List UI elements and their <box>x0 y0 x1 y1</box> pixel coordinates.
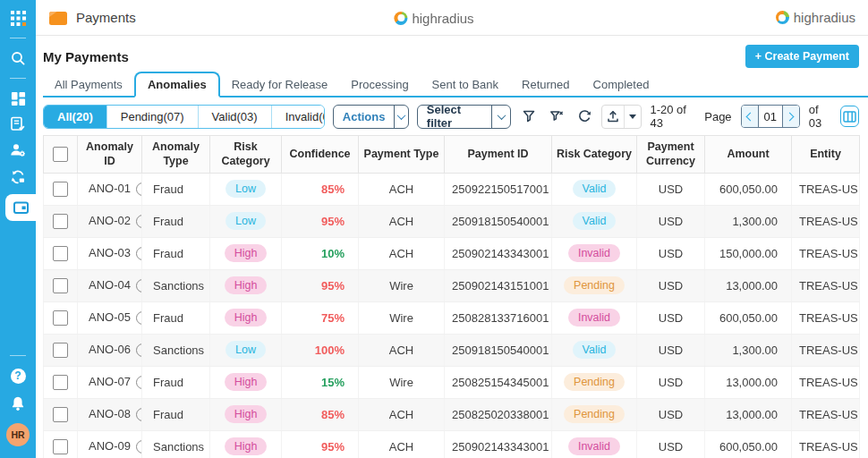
select-filter-chevron-icon[interactable] <box>491 106 510 128</box>
export-icon[interactable] <box>602 106 624 127</box>
tab-completed[interactable]: Completed <box>582 73 661 96</box>
info-icon[interactable]: i <box>136 440 142 454</box>
filter-clear-icon[interactable] <box>547 106 566 127</box>
dashboard-icon[interactable] <box>0 87 36 110</box>
cell-confidence: 95% <box>282 205 359 237</box>
info-icon[interactable]: i <box>136 408 142 421</box>
table-row[interactable]: ANO-05iFraudHigh75%Wire250828133716001In… <box>44 301 860 334</box>
next-page-button[interactable] <box>783 106 799 127</box>
cell-entity: TREAS-US <box>792 430 860 458</box>
cell-anomaly-id: ANO-03i <box>78 237 142 269</box>
refresh-icon[interactable] <box>574 106 594 127</box>
row-checkbox[interactable] <box>53 246 68 261</box>
tab-anomalies[interactable]: Anomalies <box>134 72 220 98</box>
cell-payment-id: 250825154345001 <box>445 366 552 398</box>
row-checkbox[interactable] <box>53 375 68 390</box>
col-header-anomaly-id-0: Anomaly ID <box>78 136 142 174</box>
cell-payment-type: Wire <box>359 269 445 301</box>
column-settings-icon[interactable] <box>840 106 859 127</box>
table-row[interactable]: ANO-03iFraudHigh10%ACH250902143343001Inv… <box>44 237 860 269</box>
row-checkbox[interactable] <box>53 214 68 229</box>
export-caret-icon[interactable] <box>625 106 641 127</box>
cell-payment-id: 250902143343001 <box>445 237 552 269</box>
info-icon[interactable]: i <box>136 344 142 357</box>
pagination-page-label: Page <box>704 110 731 123</box>
actions-chevron-icon[interactable] <box>394 106 407 128</box>
row-checkbox[interactable] <box>53 182 68 197</box>
info-icon[interactable]: i <box>136 215 142 228</box>
tab-returned[interactable]: Returned <box>510 73 581 96</box>
row-checkbox[interactable] <box>53 278 68 293</box>
highradius-logo-center: highradius <box>394 0 473 36</box>
table-row[interactable]: ANO-02iFraudLow95%ACH250918150540001Vali… <box>44 205 860 237</box>
sidebar-item-payments-active[interactable] <box>5 194 36 221</box>
cell-entity: TREAS-US <box>792 269 860 301</box>
topbar: Payments highradius highradius <box>36 0 868 36</box>
payments-wallet-icon <box>48 10 68 26</box>
tab-ready-for-release[interactable]: Ready for Release <box>220 73 340 96</box>
create-payment-button[interactable]: + Create Payment <box>745 45 859 68</box>
app-brand: Payments <box>48 10 136 26</box>
cell-entity: TREAS-US <box>792 205 860 237</box>
info-icon[interactable]: i <box>136 311 142 325</box>
help-icon[interactable]: ? <box>0 364 36 387</box>
cell-checkbox <box>44 269 78 301</box>
row-checkbox[interactable] <box>53 343 68 358</box>
cell-confidence: 100% <box>282 334 359 366</box>
risk-badge: High <box>225 373 268 391</box>
cell-anomaly-type: Fraud <box>142 398 210 430</box>
filter-icon[interactable] <box>519 106 539 127</box>
notifications-bell-icon[interactable] <box>0 392 36 415</box>
col-header-payment-id-5: Payment ID <box>445 136 552 174</box>
info-icon[interactable]: i <box>136 247 142 260</box>
table-row[interactable]: ANO-06iSanctionsLow100%ACH25091815054000… <box>44 334 860 366</box>
tab-all-payments[interactable]: All Payments <box>43 73 134 96</box>
col-header-amount-8: Amount <box>705 136 792 174</box>
info-icon[interactable]: i <box>136 279 142 293</box>
segment-invalid-04[interactable]: Invalid(04) <box>271 106 325 128</box>
row-checkbox[interactable] <box>53 407 68 422</box>
table-row[interactable]: ANO-04iSanctionsHigh95%Wire2509021431510… <box>44 269 860 301</box>
user-avatar[interactable]: HR <box>0 422 36 447</box>
row-checkbox[interactable] <box>53 439 68 454</box>
cell-confidence: 85% <box>282 173 359 205</box>
task-list-icon[interactable] <box>0 113 36 136</box>
cell-payment-type: ACH <box>359 205 445 237</box>
segment-all-20[interactable]: All(20) <box>44 106 106 128</box>
table-row[interactable]: ANO-09iSanctionsHigh95%ACH25090214334300… <box>44 430 860 458</box>
app-launcher-icon[interactable] <box>0 6 36 30</box>
info-icon[interactable]: i <box>136 376 142 389</box>
cell-checkbox <box>44 205 78 237</box>
search-icon[interactable] <box>0 47 36 70</box>
cell-currency: USD <box>637 398 705 430</box>
cell-amount: 13,000.00 <box>705 366 792 398</box>
prev-page-button[interactable] <box>742 106 758 127</box>
cell-status: Invalid <box>552 430 637 458</box>
sidebar-divider <box>10 38 26 38</box>
cell-risk-category: High <box>210 301 282 334</box>
table-header-row: Anomaly IDAnomaly TypeRisk CategoryConfi… <box>44 136 860 174</box>
sync-icon[interactable] <box>0 165 36 189</box>
select-all-checkbox[interactable] <box>53 147 68 162</box>
cell-anomaly-type: Sanctions <box>142 430 210 458</box>
status-badge: Pending <box>564 276 625 294</box>
segment-pending-07[interactable]: Pending(07) <box>106 106 198 128</box>
current-page-input[interactable]: 01 <box>758 106 783 127</box>
table-row[interactable]: ANO-08iFraudHigh85%ACH250825020338001Pen… <box>44 398 860 430</box>
table-row[interactable]: ANO-01iFraudLow85%ACH250922150517001Vali… <box>44 173 860 205</box>
tab-processing[interactable]: Processing <box>339 73 420 96</box>
select-filter-dropdown[interactable]: Select filter <box>417 105 511 129</box>
info-icon[interactable]: i <box>136 182 142 196</box>
cell-payment-type: ACH <box>359 430 445 458</box>
cell-anomaly-id: ANO-06i <box>78 334 142 366</box>
tab-sent-to-bank[interactable]: Sent to Bank <box>421 73 510 96</box>
user-admin-icon[interactable] <box>0 139 36 162</box>
segment-valid-03[interactable]: Valid(03) <box>198 106 271 128</box>
cell-anomaly-id: ANO-05i <box>78 301 142 334</box>
actions-button[interactable]: Actions <box>333 105 409 129</box>
row-checkbox[interactable] <box>53 310 68 326</box>
col-header-risk-category-6: Risk Category <box>552 136 637 174</box>
table-row[interactable]: ANO-07iFraudHigh15%Wire250825154345001Pe… <box>44 366 860 398</box>
cell-payment-id: 250902143151001 <box>445 269 552 301</box>
status-badge: Invalid <box>568 437 620 455</box>
